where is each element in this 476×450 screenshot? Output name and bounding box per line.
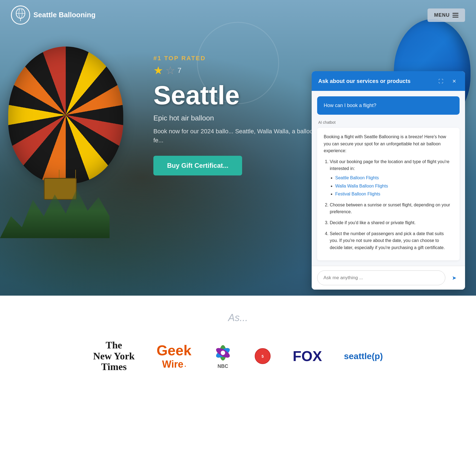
nyt-logo: TheNew YorkTimes (93, 340, 135, 373)
ai-label: AI chatbot (317, 120, 460, 125)
nbc-logo: NBC (213, 343, 233, 369)
geekwire-text: Geek (157, 342, 191, 358)
festival-flights-link[interactable]: Festival Balloon Flights (335, 192, 380, 196)
chatbot-header: Ask about our services or products (312, 71, 465, 91)
hamburger-icon (452, 13, 458, 18)
send-icon (452, 274, 457, 281)
ai-step-3: Decide if you'd like a shared or private… (330, 219, 453, 226)
close-icon (452, 78, 456, 84)
ai-response: Booking a flight with Seattle Ballooning… (317, 128, 460, 260)
balloon-body (8, 47, 123, 183)
close-button[interactable] (450, 77, 458, 85)
seattle-logo: seattle(p) (344, 351, 383, 361)
nbc-peacock-icon (213, 343, 233, 362)
star-icon-1: ★ (153, 64, 163, 77)
flight-links-list: Seattle Balloon Flights Walla Walla Ball… (330, 174, 453, 198)
svg-text:5: 5 (262, 354, 264, 359)
nbc-text: NBC (217, 364, 228, 369)
media-logos: TheNew YorkTimes Geek Wire • NBC (0, 334, 476, 378)
king5-icon: 5 (254, 348, 271, 364)
hero-body: Book now for our 2024 ballo... Seattle, … (153, 127, 318, 145)
cta-button[interactable]: Buy Gift Certificat... (153, 156, 242, 175)
star-icon-2: ☆ (165, 64, 175, 77)
chatbot-body: How can I book a flight? AI chatbot Book… (312, 91, 465, 266)
walla-flights-link[interactable]: Walla Walla Balloon Flights (335, 184, 388, 188)
seattle-flights-link[interactable]: Seattle Balloon Flights (335, 175, 379, 180)
ai-step-2: Choose between a sunrise or sunset fligh… (330, 201, 453, 215)
expand-icon (438, 78, 443, 84)
logo-icon (11, 5, 30, 25)
top-rated-label: #1 TOP RATED (153, 55, 449, 62)
ai-steps-list: Visit our booking page for the location … (324, 158, 453, 251)
menu-label: MENU (434, 12, 450, 18)
navigation: Seattle Ballooning MENU (0, 0, 476, 30)
fox-logo: FOX (293, 348, 322, 364)
ai-response-intro: Booking a flight with Seattle Ballooning… (324, 133, 453, 154)
menu-button[interactable]: MENU (428, 8, 465, 22)
chatbot-panel: Ask about our services or products How c… (312, 71, 465, 290)
ai-step-4: Select the number of passengers and pick… (330, 230, 453, 251)
section-subtitle: As... (0, 312, 476, 324)
logo-name: Seattle Ballooning (33, 11, 96, 19)
flight-link-seattle: Seattle Balloon Flights (335, 174, 453, 181)
chatbot-input[interactable] (317, 270, 445, 285)
fox-text: FOX (293, 348, 322, 364)
king5-logo: 5 (254, 348, 271, 364)
rating-text: 7 (177, 66, 181, 75)
logo[interactable]: Seattle Ballooning (11, 5, 96, 25)
below-hero-section: As... TheNew YorkTimes Geek Wire • NBC (0, 296, 476, 449)
seattle-text: seattle(p) (344, 351, 383, 361)
send-button[interactable] (449, 272, 460, 283)
geekwire-logo: Geek Wire • (157, 342, 191, 370)
balloon-basket (44, 178, 77, 200)
ai-step-1-text: Visit our booking page for the location … (330, 159, 449, 171)
user-message: How can I book a flight? (317, 96, 460, 115)
hero-section: Seattle Ballooning MENU #1 TOP RATED ★ ☆… (0, 0, 476, 296)
chatbot-title: Ask about our services or products (318, 78, 411, 84)
expand-button[interactable] (437, 77, 445, 85)
svg-point-10 (221, 351, 225, 355)
chatbot-input-row (312, 266, 465, 290)
flight-link-festival: Festival Balloon Flights (335, 191, 453, 198)
flight-link-walla: Walla Walla Balloon Flights (335, 183, 453, 190)
geekwire-text2: Wire (162, 359, 183, 370)
geekwire-dot: • (185, 364, 186, 368)
ai-step-1: Visit our booking page for the location … (330, 158, 453, 198)
chatbot-header-icons (437, 77, 458, 85)
